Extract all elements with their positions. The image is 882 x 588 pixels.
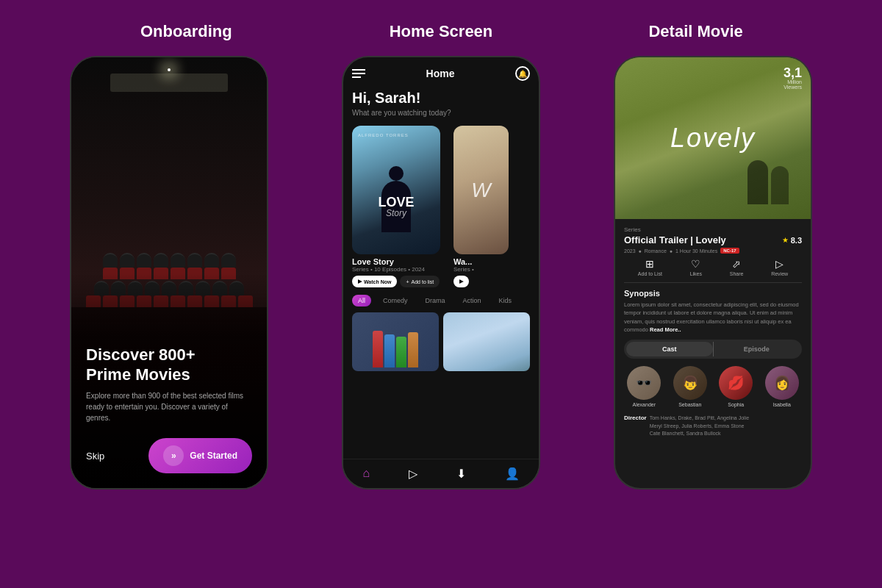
director-label: Director bbox=[624, 415, 647, 421]
filter-comedy[interactable]: Comedy bbox=[377, 295, 414, 306]
cast-isabella: 👩 Isabella bbox=[765, 366, 799, 407]
detail-info: Series Official Trailer | Lovely ★ 8.3 2… bbox=[615, 219, 811, 445]
filter-all[interactable]: All bbox=[352, 295, 371, 306]
audience-person bbox=[120, 253, 135, 268]
featured-row: ALFREDO TORRES LOVE Story bbox=[352, 126, 530, 287]
play-icon-2: ▶ bbox=[459, 279, 463, 284]
card-director: ALFREDO TORRES bbox=[358, 133, 409, 137]
rating-badge: ★ 8.3 bbox=[782, 236, 802, 245]
figure bbox=[373, 331, 383, 368]
greeting-subtitle: What are you watching today? bbox=[352, 109, 530, 117]
menu-icon[interactable] bbox=[352, 69, 365, 78]
add-to-list-button[interactable]: + Add to list bbox=[400, 276, 440, 287]
figure bbox=[396, 337, 406, 368]
nav-home-icon[interactable]: ⌂ bbox=[362, 467, 370, 481]
filter-drama[interactable]: Drama bbox=[420, 295, 451, 306]
onboarding-phone: Discover 800+Prime Movies Explore more t… bbox=[70, 56, 268, 490]
sophia-name: Sophia bbox=[728, 402, 744, 407]
rating-number: 8.3 bbox=[791, 236, 802, 245]
action-row: ⊞ Add to List ♡ Likes ⬀ Share ▷ Review bbox=[624, 258, 802, 283]
viewers-badge: 3,1 MillionViewers bbox=[784, 66, 802, 90]
read-more-link[interactable]: Read More.. bbox=[650, 326, 681, 333]
onboarding-title: Discover 800+Prime Movies bbox=[86, 345, 252, 384]
episode-tab[interactable]: Episode bbox=[714, 342, 800, 356]
detail-meta: 2023 ● Romance ● 1 Hour 30 Minutes NC-17 bbox=[624, 248, 802, 254]
rating-badge-nc17: NC-17 bbox=[720, 248, 739, 254]
filter-kids[interactable]: Kids bbox=[493, 295, 518, 306]
review-icon: ▷ bbox=[775, 258, 784, 270]
audience-person bbox=[154, 253, 168, 268]
director-row: Director Tom Hanks, Drake, Brad Pitt, An… bbox=[624, 415, 802, 438]
movie-meta-w: Series • bbox=[453, 266, 509, 273]
home-nav-title: Home bbox=[426, 68, 455, 79]
sebastian-avatar: 👦 bbox=[673, 366, 707, 400]
card-story-title: Story bbox=[352, 209, 440, 218]
movie-card-w[interactable]: W bbox=[453, 126, 509, 254]
detail-hero: Lovely 3,1 MillionViewers bbox=[615, 57, 811, 219]
synopsis-section: Synopsis Lorem ipsum dolor sit amet, con… bbox=[624, 289, 802, 334]
detail-label: Detail Movie bbox=[593, 22, 799, 41]
audience-person bbox=[137, 253, 151, 268]
arrow-icon: » bbox=[163, 445, 184, 466]
onboarding-description: Explore more than 900 of the best select… bbox=[86, 390, 252, 423]
card-love-title: LOVE bbox=[352, 196, 440, 209]
thumb-group-movie[interactable] bbox=[352, 312, 439, 371]
audience-person bbox=[187, 253, 202, 268]
filter-tabs: All Comedy Drama Action Kids bbox=[352, 295, 530, 306]
home-label: Home Screen bbox=[338, 22, 544, 41]
add-list-icon: ⊞ bbox=[645, 258, 654, 270]
watch-now-button-2[interactable]: ▶ bbox=[453, 276, 469, 287]
cast-sebastian: 👦 Sebastian bbox=[673, 366, 707, 407]
viewers-unit: MillionViewers bbox=[784, 79, 802, 90]
figure bbox=[384, 334, 395, 368]
cast-tab[interactable]: Cast bbox=[626, 342, 713, 356]
greeting-text: Hi, Sarah! bbox=[352, 90, 530, 107]
alexander-avatar: 🕶️ bbox=[627, 366, 661, 400]
onboarding-label: Onboarding bbox=[83, 22, 289, 41]
add-list-label: Add to List bbox=[638, 271, 662, 276]
audience-person bbox=[221, 253, 236, 268]
viewers-count: 3,1 bbox=[784, 66, 802, 79]
detail-phone: Lovely 3,1 MillionViewers Series Officia… bbox=[614, 56, 812, 490]
synopsis-text: Lorem ipsum dolor sit amet, consectetur … bbox=[624, 301, 802, 334]
sebastian-name: Sebastian bbox=[678, 402, 701, 407]
play-icon: ▶ bbox=[358, 279, 362, 284]
nav-play-icon[interactable]: ▷ bbox=[409, 467, 417, 481]
cinema-screen bbox=[110, 74, 228, 92]
likes-icon: ♡ bbox=[691, 258, 700, 270]
filter-action[interactable]: Action bbox=[457, 295, 487, 306]
add-to-list-action[interactable]: ⊞ Add to List bbox=[638, 258, 662, 276]
watch-now-button[interactable]: ▶ Watch Now bbox=[352, 276, 397, 287]
movie-name-love: Love Story bbox=[352, 257, 448, 266]
series-label: Series bbox=[624, 226, 802, 233]
likes-action[interactable]: ♡ Likes bbox=[690, 258, 702, 276]
notification-icon[interactable]: 🔔 bbox=[515, 66, 530, 81]
cast-alexander: 🕶️ Alexander bbox=[627, 366, 661, 407]
share-icon: ⬀ bbox=[732, 258, 741, 270]
movie-name-w: Wa... bbox=[453, 257, 509, 266]
review-action[interactable]: ▷ Review bbox=[771, 258, 788, 276]
star-icon: ★ bbox=[782, 236, 789, 244]
isabella-name: Isabella bbox=[773, 402, 791, 407]
likes-label: Likes bbox=[690, 271, 702, 276]
nav-profile-icon[interactable]: 👤 bbox=[505, 467, 520, 481]
thumb-snow-movie[interactable] bbox=[443, 312, 530, 371]
lovely-title: Lovely bbox=[670, 123, 756, 154]
movie-meta-love: Series • 10 Episodes • 2024 bbox=[352, 266, 448, 273]
alexander-name: Alexander bbox=[632, 402, 656, 407]
cast-episode-tabs: Cast Episode bbox=[624, 340, 802, 359]
detail-movie-title: Official Trailer | Lovely bbox=[624, 234, 726, 245]
movie-card-love-story[interactable]: ALFREDO TORRES LOVE Story bbox=[352, 126, 440, 254]
audience-person bbox=[171, 253, 185, 268]
figure bbox=[408, 332, 418, 368]
synopsis-title: Synopsis bbox=[624, 289, 802, 298]
skip-button[interactable]: Skip bbox=[86, 451, 104, 462]
home-phone: Home 🔔 Hi, Sarah! What are you watching … bbox=[342, 56, 540, 490]
cast-sophia: 💋 Sophia bbox=[719, 366, 753, 407]
isabella-avatar: 👩 bbox=[765, 366, 799, 400]
projector-beam bbox=[168, 68, 171, 71]
get-started-button[interactable]: » Get Started bbox=[148, 438, 252, 473]
thumbnail-row bbox=[352, 312, 530, 371]
nav-download-icon[interactable]: ⬇ bbox=[456, 467, 466, 481]
share-action[interactable]: ⬀ Share bbox=[730, 258, 744, 276]
